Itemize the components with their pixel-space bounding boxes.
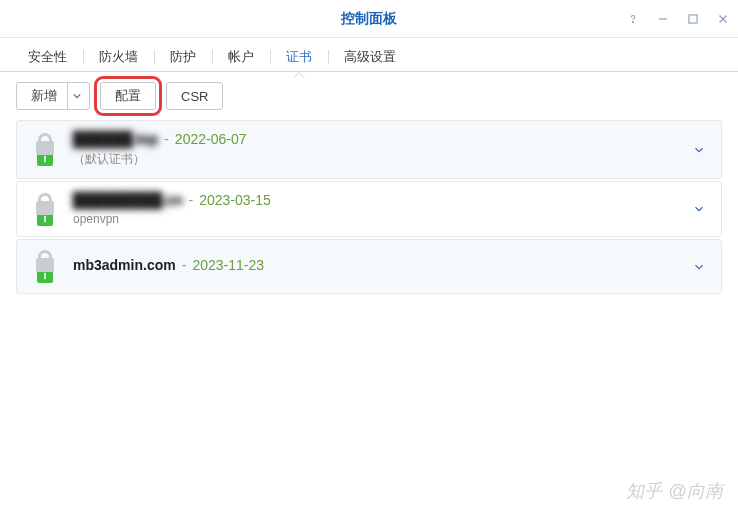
tab-protection[interactable]: 防护	[158, 43, 208, 71]
certificate-list: ██████.top - 2022-06-07 （默认证书） █████████…	[0, 120, 738, 294]
certificate-domain: █████████.cn	[73, 192, 183, 208]
lock-icon	[27, 250, 63, 283]
certificate-subtitle: （默认证书）	[73, 151, 687, 168]
tab-firewall[interactable]: 防火墙	[87, 43, 150, 71]
certificate-info: ██████.top - 2022-06-07 （默认证书）	[73, 131, 687, 168]
window-controls	[624, 0, 732, 38]
tab-label: 证书	[286, 49, 312, 64]
svg-point-0	[633, 21, 634, 22]
configure-label: 配置	[115, 87, 141, 105]
add-button[interactable]: 新增	[16, 82, 90, 110]
csr-label: CSR	[181, 89, 208, 104]
configure-button[interactable]: 配置	[100, 82, 156, 110]
certificate-info: mb3admin.com - 2023-11-23	[73, 257, 687, 277]
separator: -	[182, 257, 187, 273]
lock-icon	[27, 193, 63, 226]
separator: -	[164, 131, 169, 147]
tab-certificate[interactable]: 证书	[274, 43, 324, 71]
certificate-info: █████████.cn - 2023-03-15 openvpn	[73, 192, 687, 226]
csr-button[interactable]: CSR	[166, 82, 223, 110]
title-bar: 控制面板	[0, 0, 738, 38]
window-title: 控制面板	[341, 10, 397, 28]
tab-label: 安全性	[28, 49, 67, 64]
certificate-domain: ██████.top	[73, 131, 158, 147]
certificate-row[interactable]: mb3admin.com - 2023-11-23	[16, 239, 722, 294]
help-icon[interactable]	[624, 10, 642, 28]
separator: -	[189, 192, 194, 208]
chevron-down-icon[interactable]	[687, 202, 711, 216]
chevron-down-icon[interactable]	[687, 260, 711, 274]
certificate-expiry: 2023-03-15	[199, 192, 271, 208]
tab-security[interactable]: 安全性	[16, 43, 79, 71]
tab-account[interactable]: 帐户	[216, 43, 266, 71]
certificate-subtitle: openvpn	[73, 212, 687, 226]
certificate-row[interactable]: █████████.cn - 2023-03-15 openvpn	[16, 181, 722, 237]
certificate-expiry: 2023-11-23	[192, 257, 264, 273]
add-label: 新增	[31, 87, 57, 105]
tab-bar: 安全性 防火墙 防护 帐户 证书 高级设置	[0, 38, 738, 72]
svg-rect-2	[689, 15, 697, 23]
certificate-row[interactable]: ██████.top - 2022-06-07 （默认证书）	[16, 120, 722, 179]
chevron-down-icon[interactable]	[687, 143, 711, 157]
chevron-down-icon[interactable]	[67, 83, 85, 109]
lock-icon	[27, 133, 63, 166]
certificate-domain: mb3admin.com	[73, 257, 176, 273]
tab-label: 帐户	[228, 49, 254, 64]
tab-label: 防火墙	[99, 49, 138, 64]
tab-label: 高级设置	[344, 49, 396, 64]
maximize-icon[interactable]	[684, 10, 702, 28]
close-icon[interactable]	[714, 10, 732, 28]
tab-label: 防护	[170, 49, 196, 64]
minimize-icon[interactable]	[654, 10, 672, 28]
toolbar: 新增 配置 CSR	[0, 72, 738, 120]
certificate-expiry: 2022-06-07	[175, 131, 247, 147]
watermark: 知乎 @向南	[626, 479, 724, 503]
tab-advanced[interactable]: 高级设置	[332, 43, 408, 71]
